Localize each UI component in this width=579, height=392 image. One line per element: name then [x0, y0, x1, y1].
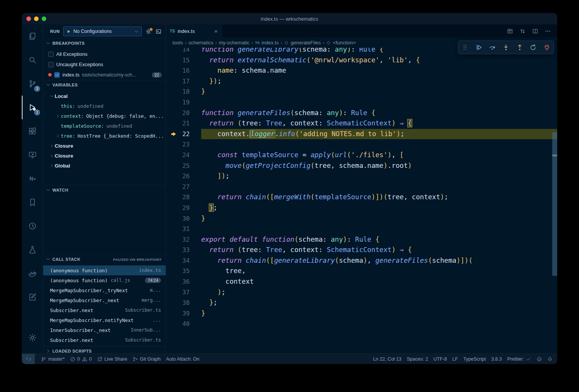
code-text[interactable]: context: [201, 277, 557, 287]
code-text[interactable]: const templateSource = apply(url('./file…: [201, 150, 557, 161]
variables-scope-row[interactable]: Closure: [43, 141, 166, 151]
chevron-right-icon[interactable]: [49, 163, 55, 168]
chevron-right-icon[interactable]: [55, 133, 61, 138]
breakpoint-checkbox[interactable]: [54, 72, 60, 78]
code-text[interactable]: [201, 97, 557, 108]
breakpoint-checkbox[interactable]: [48, 62, 54, 67]
compare-changes-icon[interactable]: [519, 28, 526, 34]
step-into-button[interactable]: [501, 42, 511, 53]
status-item-eol[interactable]: LF: [452, 356, 458, 362]
code-text[interactable]: };: [201, 298, 557, 308]
variable-row[interactable]: this:undefined: [43, 101, 166, 111]
chevron-right-icon[interactable]: [55, 114, 61, 119]
status-item-git-graph[interactable]: Git Graph: [133, 356, 161, 362]
minimize-window-button[interactable]: [34, 16, 39, 21]
code-text[interactable]: [201, 224, 557, 234]
status-item-cursor-position[interactable]: Ln 22, Col 13: [373, 356, 401, 362]
chevron-right-icon[interactable]: [49, 153, 55, 158]
continue-button[interactable]: [473, 42, 484, 53]
call-stack-section-header[interactable]: CALL STACK PAUSED ON BREAKPOINT: [43, 254, 166, 264]
line-number-gutter[interactable]: 26: [166, 171, 201, 182]
breadcrumb-item[interactable]: my-schematic: [219, 40, 249, 46]
code-text[interactable]: }: [201, 213, 557, 224]
line-number-gutter[interactable]: 40: [166, 319, 201, 329]
variables-scope-row[interactable]: Global: [43, 161, 166, 171]
call-stack-frame[interactable]: (anonymous function)call.js74:24: [43, 275, 166, 285]
line-number-gutter[interactable]: 27: [166, 182, 201, 192]
code-text[interactable]: [201, 182, 557, 192]
restart-button[interactable]: [528, 42, 538, 53]
line-number-gutter[interactable]: 18: [166, 86, 201, 97]
editor-scrollbar[interactable]: [552, 132, 557, 276]
call-stack-frame[interactable]: Subscriber.nextSubscriber.ts: [43, 335, 166, 345]
activity-item-settings[interactable]: [22, 326, 43, 350]
code-text[interactable]: tree,: [201, 266, 557, 277]
more-actions-icon[interactable]: [545, 28, 551, 34]
breadcrumb-item[interactable]: schematics: [189, 40, 213, 46]
activity-item-notes[interactable]: [22, 285, 43, 309]
code-text[interactable]: function generateFiles(schema: any): Rul…: [201, 108, 557, 119]
status-item-live-share[interactable]: Live Share: [97, 356, 127, 362]
status-item-prettier[interactable]: Prettier:: [507, 356, 531, 362]
code-text[interactable]: return chain([generateLibrary(schema), g…: [201, 255, 557, 266]
line-number-gutter[interactable]: 34: [166, 255, 201, 266]
activity-item-test-explorer[interactable]: [22, 238, 43, 262]
status-item-feedback[interactable]: [537, 356, 542, 362]
breakpoint-checkbox[interactable]: [48, 52, 54, 57]
code-text[interactable]: [201, 319, 557, 329]
code-text[interactable]: }: [201, 308, 557, 319]
start-debug-icon[interactable]: [66, 29, 71, 34]
breakpoint-row[interactable]: All Exceptions: [43, 49, 166, 59]
code-text[interactable]: ]);: [201, 171, 557, 182]
activity-item-history[interactable]: [22, 214, 43, 238]
variables-scope-row[interactable]: Closure: [43, 151, 166, 161]
code-text[interactable]: move(getProjectConfig(tree, schema.name)…: [201, 161, 557, 171]
call-stack-frame[interactable]: MergeMapSubscriber.notifyNext...: [43, 315, 166, 325]
line-number-gutter[interactable]: 23: [166, 139, 201, 150]
code-text[interactable]: export default function(schema: any): Ru…: [201, 234, 557, 245]
code-text[interactable]: return (tree: Tree, context: SchematicCo…: [201, 245, 557, 255]
line-number-gutter[interactable]: 38: [166, 298, 201, 308]
code-text[interactable]: return externalSchematic('@nrwl/workspac…: [201, 55, 557, 66]
code-text[interactable]: context.logger.info('adding NOTES.md to …: [201, 129, 557, 140]
line-number-gutter[interactable]: 28: [166, 192, 201, 203]
line-number-gutter[interactable]: 20: [166, 108, 201, 119]
line-number-gutter[interactable]: 15: [166, 55, 201, 66]
open-changes-icon[interactable]: [507, 28, 513, 34]
code-text[interactable]: name: schema.name: [201, 65, 557, 76]
line-number-gutter[interactable]: 25: [166, 161, 201, 171]
activity-item-explorer[interactable]: [22, 24, 43, 48]
breakpoints-section-header[interactable]: BREAKPOINTS: [43, 38, 166, 48]
variable-row[interactable]: context:Object {debug: false, en...: [43, 111, 166, 121]
line-number-gutter[interactable]: 14: [166, 48, 201, 55]
status-item-auto-attach[interactable]: Auto Attach: On: [166, 356, 200, 362]
line-number-gutter[interactable]: 22: [166, 129, 201, 140]
step-over-button[interactable]: [487, 42, 498, 53]
code-text[interactable]: return chain([mergeWith(templateSource)]…: [201, 192, 557, 203]
maximize-window-button[interactable]: [42, 16, 46, 21]
code-text[interactable]: }: [201, 86, 557, 97]
breadcrumb-item[interactable]: <function>: [326, 40, 356, 46]
code-text[interactable]: };: [201, 203, 557, 213]
status-item-encoding[interactable]: UTF-8: [433, 356, 447, 362]
activity-item-source-control[interactable]: 3: [22, 72, 43, 96]
line-number-gutter[interactable]: 19: [166, 97, 201, 108]
tab-index-ts[interactable]: TS index.ts ×: [166, 24, 222, 37]
status-item-language-mode[interactable]: TypeScript: [463, 356, 486, 362]
breadcrumb-item[interactable]: tools: [172, 40, 183, 46]
code-text[interactable]: [201, 139, 557, 150]
activity-item-search[interactable]: [22, 48, 43, 72]
breakpoint-row[interactable]: Uncaught Exceptions: [43, 59, 166, 70]
line-number-gutter[interactable]: 36: [166, 277, 201, 287]
close-tab-icon[interactable]: ×: [214, 28, 218, 34]
line-number-gutter[interactable]: 35: [166, 266, 201, 277]
line-number-gutter[interactable]: 21: [166, 118, 201, 129]
variable-row[interactable]: templateSource:undefined: [43, 121, 166, 131]
variables-section-header[interactable]: VARIABLES: [43, 80, 166, 89]
chevron-down-icon[interactable]: [49, 94, 55, 99]
line-number-gutter[interactable]: 29: [166, 203, 201, 213]
watch-section-header[interactable]: WATCH: [43, 185, 166, 195]
variable-row[interactable]: tree:HostTree {_backend: ScopedH...: [43, 131, 166, 141]
code-text[interactable]: );: [201, 287, 557, 298]
chevron-right-icon[interactable]: [49, 143, 55, 148]
